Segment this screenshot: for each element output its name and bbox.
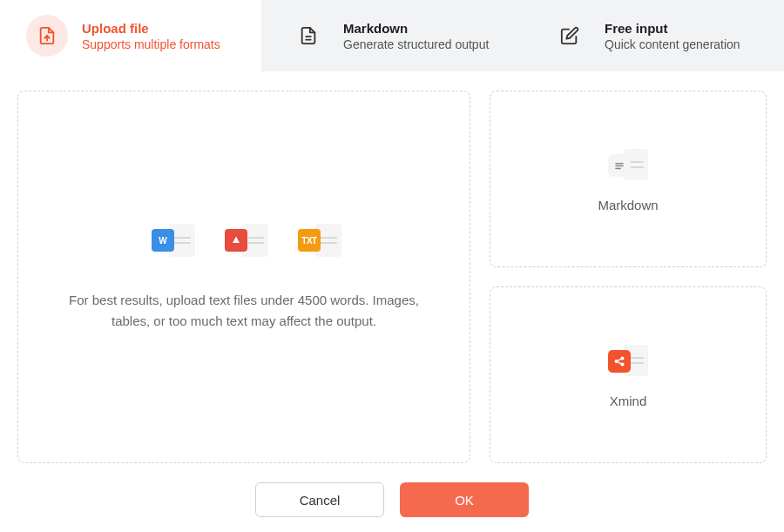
tab-subtitle: Supports multiple formats bbox=[82, 37, 220, 51]
upload-icon bbox=[26, 15, 68, 57]
tab-text: Upload file Supports multiple formats bbox=[82, 21, 220, 51]
tab-text: Free input Quick content generation bbox=[605, 21, 740, 51]
edit-icon bbox=[549, 15, 591, 57]
markdown-card-label: Markdown bbox=[598, 198, 658, 212]
file-type-icons: W TXT bbox=[152, 222, 336, 260]
side-cards: Markdown Xmind bbox=[490, 91, 767, 463]
pdf-file-icon bbox=[225, 222, 263, 260]
svg-line-9 bbox=[618, 359, 622, 360]
tab-subtitle: Quick content generation bbox=[605, 37, 740, 51]
tab-subtitle: Generate structured output bbox=[343, 37, 489, 51]
tab-title: Markdown bbox=[343, 21, 489, 36]
tab-title: Upload file bbox=[82, 21, 220, 36]
footer-buttons: Cancel OK bbox=[0, 463, 784, 517]
ok-button[interactable]: OK bbox=[400, 482, 529, 517]
xmind-card[interactable]: Xmind bbox=[490, 286, 767, 463]
svg-line-10 bbox=[618, 362, 622, 364]
xmind-card-label: Xmind bbox=[610, 394, 647, 408]
tab-markdown[interactable]: Markdown Generate structured output bbox=[261, 0, 523, 71]
markdown-card-icon bbox=[608, 145, 648, 185]
upload-dropzone[interactable]: W TXT For best results, upload text file… bbox=[17, 91, 470, 463]
markdown-icon bbox=[287, 15, 329, 57]
tab-free-input[interactable]: Free input Quick content generation bbox=[523, 0, 784, 71]
tab-title: Free input bbox=[605, 21, 740, 36]
markdown-card[interactable]: Markdown bbox=[490, 91, 767, 267]
tab-upload-file[interactable]: Upload file Supports multiple formats bbox=[0, 0, 261, 71]
word-file-icon: W bbox=[152, 222, 190, 260]
content-area: W TXT For best results, upload text file… bbox=[0, 71, 784, 463]
cancel-button[interactable]: Cancel bbox=[255, 482, 384, 517]
tab-bar: Upload file Supports multiple formats Ma… bbox=[0, 0, 784, 71]
tab-text: Markdown Generate structured output bbox=[343, 21, 489, 51]
txt-file-icon: TXT bbox=[298, 222, 336, 260]
xmind-card-icon bbox=[608, 341, 648, 381]
upload-hint-text: For best results, upload text files unde… bbox=[53, 290, 435, 332]
